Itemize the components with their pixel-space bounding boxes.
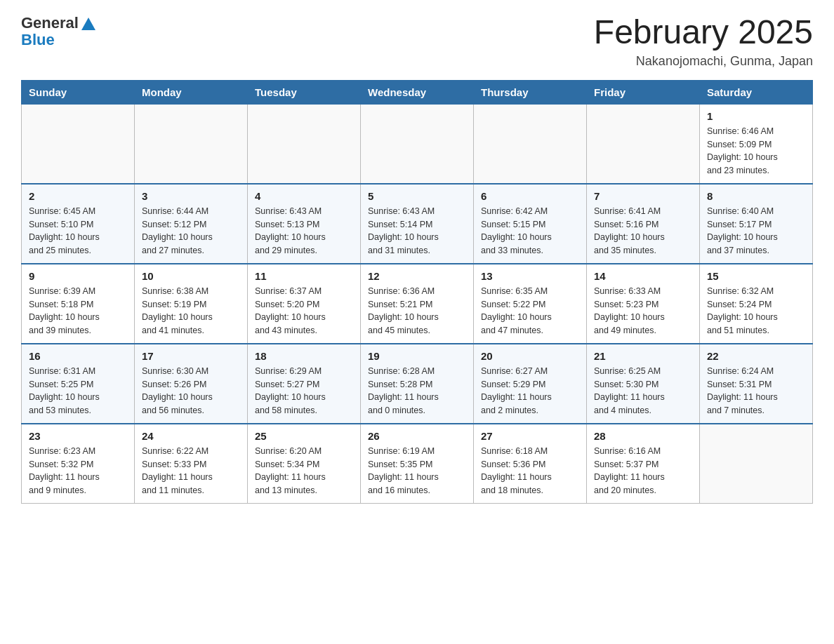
day-info: Sunrise: 6:39 AM Sunset: 5:18 PM Dayligh… — [29, 285, 127, 337]
calendar-day-cell: 25Sunrise: 6:20 AM Sunset: 5:34 PM Dayli… — [248, 424, 361, 504]
calendar-day-cell: 5Sunrise: 6:43 AM Sunset: 5:14 PM Daylig… — [361, 184, 474, 264]
calendar-day-cell: 27Sunrise: 6:18 AM Sunset: 5:36 PM Dayli… — [474, 424, 587, 504]
day-number: 24 — [142, 430, 240, 442]
day-info: Sunrise: 6:41 AM Sunset: 5:16 PM Dayligh… — [594, 205, 692, 257]
weekday-header-wednesday: Wednesday — [361, 80, 474, 104]
day-number: 25 — [255, 430, 353, 442]
calendar-day-cell: 18Sunrise: 6:29 AM Sunset: 5:27 PM Dayli… — [248, 344, 361, 424]
day-info: Sunrise: 6:32 AM Sunset: 5:24 PM Dayligh… — [707, 285, 805, 337]
day-info: Sunrise: 6:44 AM Sunset: 5:12 PM Dayligh… — [142, 205, 240, 257]
calendar-day-cell: 26Sunrise: 6:19 AM Sunset: 5:35 PM Dayli… — [361, 424, 474, 504]
calendar-day-cell: 22Sunrise: 6:24 AM Sunset: 5:31 PM Dayli… — [700, 344, 813, 424]
day-info: Sunrise: 6:35 AM Sunset: 5:22 PM Dayligh… — [481, 285, 579, 337]
calendar-week-row: 1Sunrise: 6:46 AM Sunset: 5:09 PM Daylig… — [22, 104, 813, 184]
calendar-day-cell: 14Sunrise: 6:33 AM Sunset: 5:23 PM Dayli… — [587, 264, 700, 344]
weekday-header-saturday: Saturday — [700, 80, 813, 104]
calendar-day-cell: 21Sunrise: 6:25 AM Sunset: 5:30 PM Dayli… — [587, 344, 700, 424]
day-number: 8 — [707, 190, 805, 202]
calendar-day-cell — [700, 424, 813, 504]
day-number: 17 — [142, 350, 240, 362]
day-info: Sunrise: 6:40 AM Sunset: 5:17 PM Dayligh… — [707, 205, 805, 257]
logo-blue-text: Blue — [21, 31, 55, 49]
day-number: 15 — [707, 270, 805, 282]
day-number: 12 — [368, 270, 466, 282]
month-title: February 2025 — [594, 14, 813, 51]
day-info: Sunrise: 6:28 AM Sunset: 5:28 PM Dayligh… — [368, 365, 466, 417]
calendar-day-cell: 20Sunrise: 6:27 AM Sunset: 5:29 PM Dayli… — [474, 344, 587, 424]
logo-triangle-icon — [81, 18, 95, 30]
day-number: 6 — [481, 190, 579, 202]
day-info: Sunrise: 6:16 AM Sunset: 5:37 PM Dayligh… — [594, 445, 692, 497]
day-number: 7 — [594, 190, 692, 202]
calendar-week-row: 9Sunrise: 6:39 AM Sunset: 5:18 PM Daylig… — [22, 264, 813, 344]
weekday-header-friday: Friday — [587, 80, 700, 104]
day-number: 21 — [594, 350, 692, 362]
day-info: Sunrise: 6:24 AM Sunset: 5:31 PM Dayligh… — [707, 365, 805, 417]
day-info: Sunrise: 6:43 AM Sunset: 5:14 PM Dayligh… — [368, 205, 466, 257]
calendar-day-cell — [474, 104, 587, 184]
calendar-header-row: SundayMondayTuesdayWednesdayThursdayFrid… — [22, 80, 813, 104]
calendar-day-cell: 28Sunrise: 6:16 AM Sunset: 5:37 PM Dayli… — [587, 424, 700, 504]
calendar-day-cell: 4Sunrise: 6:43 AM Sunset: 5:13 PM Daylig… — [248, 184, 361, 264]
day-number: 11 — [255, 270, 353, 282]
day-info: Sunrise: 6:42 AM Sunset: 5:15 PM Dayligh… — [481, 205, 579, 257]
day-info: Sunrise: 6:18 AM Sunset: 5:36 PM Dayligh… — [481, 445, 579, 497]
day-number: 27 — [481, 430, 579, 442]
day-info: Sunrise: 6:37 AM Sunset: 5:20 PM Dayligh… — [255, 285, 353, 337]
day-number: 9 — [29, 270, 127, 282]
day-info: Sunrise: 6:27 AM Sunset: 5:29 PM Dayligh… — [481, 365, 579, 417]
logo-general-text: General — [21, 14, 79, 32]
calendar-day-cell: 13Sunrise: 6:35 AM Sunset: 5:22 PM Dayli… — [474, 264, 587, 344]
calendar-week-row: 23Sunrise: 6:23 AM Sunset: 5:32 PM Dayli… — [22, 424, 813, 504]
day-number: 20 — [481, 350, 579, 362]
day-number: 26 — [368, 430, 466, 442]
day-info: Sunrise: 6:43 AM Sunset: 5:13 PM Dayligh… — [255, 205, 353, 257]
day-number: 5 — [368, 190, 466, 202]
weekday-header-monday: Monday — [135, 80, 248, 104]
weekday-header-sunday: Sunday — [22, 80, 135, 104]
calendar-day-cell: 24Sunrise: 6:22 AM Sunset: 5:33 PM Dayli… — [135, 424, 248, 504]
page-header: General Blue February 2025 Nakanojomachi… — [21, 14, 813, 69]
day-info: Sunrise: 6:33 AM Sunset: 5:23 PM Dayligh… — [594, 285, 692, 337]
day-info: Sunrise: 6:25 AM Sunset: 5:30 PM Dayligh… — [594, 365, 692, 417]
calendar-day-cell: 8Sunrise: 6:40 AM Sunset: 5:17 PM Daylig… — [700, 184, 813, 264]
day-number: 19 — [368, 350, 466, 362]
calendar-day-cell: 7Sunrise: 6:41 AM Sunset: 5:16 PM Daylig… — [587, 184, 700, 264]
day-info: Sunrise: 6:22 AM Sunset: 5:33 PM Dayligh… — [142, 445, 240, 497]
calendar-day-cell — [587, 104, 700, 184]
day-number: 16 — [29, 350, 127, 362]
calendar-week-row: 2Sunrise: 6:45 AM Sunset: 5:10 PM Daylig… — [22, 184, 813, 264]
day-number: 13 — [481, 270, 579, 282]
day-number: 22 — [707, 350, 805, 362]
calendar-day-cell: 6Sunrise: 6:42 AM Sunset: 5:15 PM Daylig… — [474, 184, 587, 264]
calendar-day-cell — [361, 104, 474, 184]
day-info: Sunrise: 6:20 AM Sunset: 5:34 PM Dayligh… — [255, 445, 353, 497]
day-number: 28 — [594, 430, 692, 442]
calendar-day-cell: 9Sunrise: 6:39 AM Sunset: 5:18 PM Daylig… — [22, 264, 135, 344]
day-info: Sunrise: 6:36 AM Sunset: 5:21 PM Dayligh… — [368, 285, 466, 337]
calendar-day-cell: 16Sunrise: 6:31 AM Sunset: 5:25 PM Dayli… — [22, 344, 135, 424]
calendar-table: SundayMondayTuesdayWednesdayThursdayFrid… — [21, 80, 813, 504]
calendar-day-cell — [22, 104, 135, 184]
calendar-day-cell — [135, 104, 248, 184]
calendar-day-cell: 15Sunrise: 6:32 AM Sunset: 5:24 PM Dayli… — [700, 264, 813, 344]
day-number: 18 — [255, 350, 353, 362]
day-number: 23 — [29, 430, 127, 442]
calendar-day-cell: 3Sunrise: 6:44 AM Sunset: 5:12 PM Daylig… — [135, 184, 248, 264]
calendar-day-cell: 23Sunrise: 6:23 AM Sunset: 5:32 PM Dayli… — [22, 424, 135, 504]
day-number: 14 — [594, 270, 692, 282]
day-info: Sunrise: 6:46 AM Sunset: 5:09 PM Dayligh… — [707, 125, 805, 177]
location: Nakanojomachi, Gunma, Japan — [594, 54, 813, 69]
day-number: 2 — [29, 190, 127, 202]
weekday-header-tuesday: Tuesday — [248, 80, 361, 104]
calendar-day-cell: 17Sunrise: 6:30 AM Sunset: 5:26 PM Dayli… — [135, 344, 248, 424]
calendar-day-cell: 10Sunrise: 6:38 AM Sunset: 5:19 PM Dayli… — [135, 264, 248, 344]
calendar-day-cell: 19Sunrise: 6:28 AM Sunset: 5:28 PM Dayli… — [361, 344, 474, 424]
logo: General Blue — [21, 14, 95, 49]
title-section: February 2025 Nakanojomachi, Gunma, Japa… — [594, 14, 813, 69]
weekday-header-thursday: Thursday — [474, 80, 587, 104]
day-number: 10 — [142, 270, 240, 282]
day-number: 3 — [142, 190, 240, 202]
day-info: Sunrise: 6:23 AM Sunset: 5:32 PM Dayligh… — [29, 445, 127, 497]
day-info: Sunrise: 6:45 AM Sunset: 5:10 PM Dayligh… — [29, 205, 127, 257]
